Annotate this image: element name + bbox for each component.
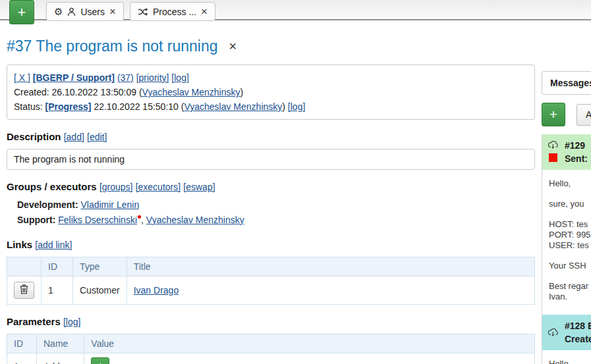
executors-link[interactable]: [executors] xyxy=(136,182,181,192)
all-messages-button[interactable]: All xyxy=(577,104,591,126)
summary-links-line: [ X ] [BGERP / Support] (37) [priority] … xyxy=(14,70,528,85)
add-param-value-button[interactable]: + xyxy=(91,357,109,364)
message-paragraph: Best regar Ivan. xyxy=(549,281,591,302)
link-title-cell: Ivan Drago xyxy=(127,276,534,305)
links-col-title: Title xyxy=(127,257,534,276)
message-paragraph: sure, you xyxy=(549,199,591,209)
table-row: 1 Address + xyxy=(7,353,535,364)
status-line: Status: [Progress] 22.10.2022 15:50:10 (… xyxy=(14,99,528,114)
page-title-row: #37 The program is not running × xyxy=(7,38,535,55)
status-text-suffix: ) xyxy=(282,101,288,112)
tab-messages[interactable]: Messages xyxy=(542,71,591,95)
message-direction-icon xyxy=(548,328,559,339)
link-id-cell: 1 xyxy=(42,276,73,305)
created-user-link[interactable]: Vyacheslav Menzhinsky xyxy=(142,87,240,97)
parameters-log-link[interactable]: [log] xyxy=(63,317,80,327)
executor-link[interactable]: Vyacheslav Menzhinsky xyxy=(146,215,244,225)
groups-heading: Groups / executors [groups] [executors] … xyxy=(7,181,535,192)
message-paragraph: Hello, xyxy=(549,359,591,364)
eswap-link[interactable]: [eswap] xyxy=(183,182,215,192)
param-id-cell: 1 xyxy=(7,353,37,364)
parameters-table: ID Name Value 1 Address + xyxy=(7,334,535,364)
process-id-link[interactable]: (37) xyxy=(117,72,134,83)
message-subline: Sent: xyxy=(565,152,588,165)
status-link[interactable]: [Progress] xyxy=(45,101,91,112)
message-direction-icon xyxy=(548,141,559,151)
message-paragraph: HOST: tes PORT: 995 USER: tes xyxy=(549,219,591,251)
executor-link[interactable]: Feliks Dserschinski xyxy=(58,215,137,225)
user-icon xyxy=(67,7,76,16)
links-table: ID Type Title 1 Customer xyxy=(7,257,535,305)
groups-heading-label: Groups / executors xyxy=(7,181,97,192)
description-edit-link[interactable]: [edit] xyxy=(87,132,107,142)
message-body: Hello, xyxy=(542,350,591,364)
page-close-icon[interactable]: × xyxy=(229,39,237,54)
close-process-link[interactable]: [ X ] xyxy=(14,72,30,83)
groups-rows: Development: Vladimir Lenin Support: Fel… xyxy=(7,197,535,228)
description-box: The program is not running xyxy=(7,149,535,170)
log-link[interactable]: [log] xyxy=(171,72,188,83)
links-table-header-row: ID Type Title xyxy=(7,257,535,276)
delete-link-button[interactable] xyxy=(14,282,34,299)
description-heading-label: Description xyxy=(7,131,61,142)
message-header[interactable]: #129 Sent: xyxy=(542,134,591,170)
param-value-cell: + xyxy=(84,353,535,364)
created-text-suffix: ) xyxy=(240,87,243,97)
tab-process[interactable]: Process ... × xyxy=(130,2,215,21)
shuffle-icon xyxy=(138,8,148,16)
link-type-cell: Customer xyxy=(73,276,127,305)
groups-link[interactable]: [groups] xyxy=(99,182,133,192)
unread-marker xyxy=(549,153,557,162)
new-tab-button[interactable]: + xyxy=(9,0,34,24)
messages-list: #129 Sent: Hello, sure, you HOST: tes PO… xyxy=(542,134,591,364)
param-col-name: Name xyxy=(37,334,84,353)
priority-link[interactable]: [priority] xyxy=(136,72,169,83)
process-summary-box: [ X ] [BGERP / Support] (37) [priority] … xyxy=(7,65,535,120)
param-name-cell: Address xyxy=(37,353,84,364)
open-tabs: ⚙ Users × Process ... × xyxy=(46,2,215,21)
message-body: Hello, sure, you HOST: tes PORT: 995 USE… xyxy=(542,170,591,315)
tab-users[interactable]: ⚙ Users × xyxy=(46,2,124,21)
project-link[interactable]: [BGERP / Support] xyxy=(33,72,115,83)
link-title-link[interactable]: Ivan Drago xyxy=(134,285,179,296)
bgerp-process-page: + ⚙ Users × Process ... × #37 The progra… xyxy=(0,0,591,364)
param-col-value: Value xyxy=(84,334,535,353)
description-heading: Description [add] [edit] xyxy=(7,131,535,142)
message-header[interactable]: #128 E Create xyxy=(542,315,591,350)
trash-icon xyxy=(20,284,28,296)
links-heading-label: Links xyxy=(7,239,32,250)
message-id: #128 E xyxy=(565,319,591,332)
status-user-link[interactable]: Vyacheslav Menzhinsky xyxy=(184,101,282,112)
group-label: Development: xyxy=(17,199,78,210)
description-add-link[interactable]: [add] xyxy=(64,132,84,142)
message-paragraph: Hello, xyxy=(549,178,591,189)
param-col-id: ID xyxy=(7,334,37,353)
messages-panel: Messages + All #129 Sent: Hello, xyxy=(542,71,591,364)
links-col-type: Type xyxy=(73,257,127,276)
status-log-link[interactable]: [log] xyxy=(288,101,305,112)
message-header-text: #128 E Create xyxy=(565,319,591,346)
group-label: Support: xyxy=(17,215,55,225)
group-row-development: Development: Vladimir Lenin xyxy=(17,197,535,213)
page-title: #37 The program is not running xyxy=(7,38,218,55)
executor-link[interactable]: Vladimir Lenin xyxy=(80,199,139,210)
link-actions-cell xyxy=(7,276,42,305)
parameters-table-header-row: ID Name Value xyxy=(7,334,535,353)
status-datetime: 22.10.2022 15:50:10 ( xyxy=(92,101,184,112)
message-subline: Create xyxy=(565,332,591,346)
parameters-heading: Parameters [log] xyxy=(7,316,535,327)
links-heading: Links [add link] xyxy=(7,239,535,250)
message-marker-column xyxy=(548,319,559,346)
add-message-button[interactable]: + xyxy=(542,103,565,126)
tab-process-close-icon[interactable]: × xyxy=(201,6,208,17)
message-marker-column xyxy=(548,139,559,165)
created-text: Created: 26.10.2022 13:50:09 ( xyxy=(14,87,142,97)
tab-process-label: Process ... xyxy=(153,7,196,17)
created-line: Created: 26.10.2022 13:50:09 (Vyacheslav… xyxy=(14,85,528,99)
tab-users-close-icon[interactable]: × xyxy=(109,6,116,17)
executor-separator: , xyxy=(141,215,146,225)
add-link-link[interactable]: [add link] xyxy=(35,240,72,250)
links-col-id: ID xyxy=(42,257,73,276)
message-paragraph: Your SSH xyxy=(549,261,591,271)
tab-users-label: Users xyxy=(80,7,105,17)
